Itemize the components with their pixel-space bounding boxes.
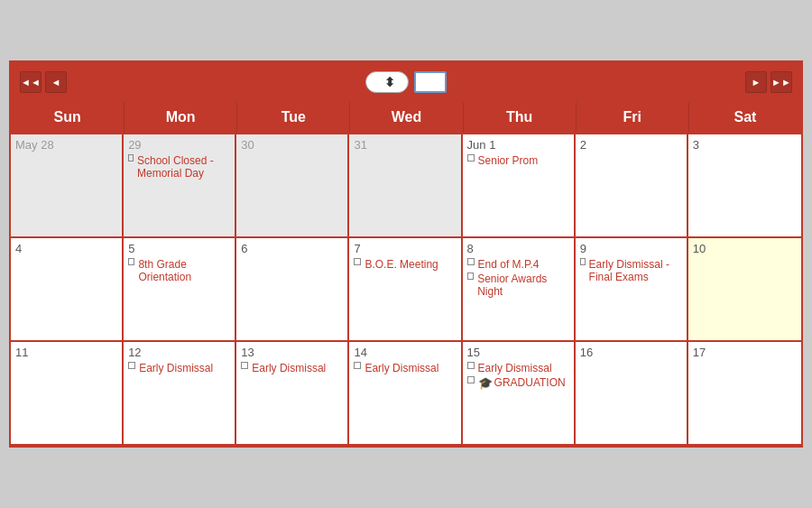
day-cell-14[interactable]: 14Early Dismissal [349, 342, 462, 446]
event-anchor-icon [128, 154, 134, 162]
day-number: 7 [354, 242, 456, 255]
event-anchor-icon [128, 258, 134, 265]
event-text: Senior Prom [478, 154, 539, 167]
prev-button[interactable]: ◄ [45, 71, 67, 93]
day-cell-8[interactable]: 8End of M.P.4Senior Awards Night [463, 238, 576, 342]
day-cell-3[interactable]: 3 [688, 134, 801, 238]
day-cell-17[interactable]: 17 [688, 342, 801, 446]
event-text: Senior Awards Night [477, 272, 569, 298]
day-header-fri: Fri [576, 102, 688, 133]
day-cell-16[interactable]: 16 [576, 342, 688, 446]
day-header-sun: Sun [11, 102, 124, 133]
event-anchor-icon [467, 154, 475, 162]
event-text: Early Dismissal [252, 362, 326, 374]
day-header-tue: Tue [236, 102, 349, 133]
day-header-mon: Mon [124, 102, 236, 133]
month-dropdown[interactable]: ⬍ [365, 71, 409, 93]
next-next-button[interactable]: ►► [770, 71, 792, 93]
day-cell-13[interactable]: 13Early Dismissal [236, 342, 349, 446]
month-selector: ⬍ [365, 71, 447, 93]
day-number: 4 [15, 242, 117, 255]
calendar-event[interactable]: Early Dismissal [467, 362, 569, 374]
day-cell-29[interactable]: 29School Closed - Memorial Day [124, 134, 236, 238]
day-cell-12[interactable]: 12Early Dismissal [124, 342, 236, 446]
event-anchor-icon [128, 362, 135, 369]
day-cell-15[interactable]: 15Early Dismissal🎓GRADUATION [463, 342, 576, 446]
calendar-event[interactable]: Senior Awards Night [467, 272, 569, 298]
event-anchor-icon [241, 362, 248, 369]
calendar-event[interactable]: 8th Grade Orientation [128, 258, 230, 283]
day-number: 30 [241, 138, 343, 152]
day-cell-4[interactable]: 4 [11, 238, 124, 342]
day-number: 3 [693, 138, 797, 152]
day-number: 11 [15, 346, 117, 359]
event-anchor-icon [354, 258, 361, 265]
calendar-event[interactable]: B.O.E. Meeting [354, 258, 456, 271]
calendar-event[interactable]: Early Dismissal [128, 362, 230, 374]
next-button[interactable]: ► [745, 71, 767, 93]
event-anchor-icon [467, 272, 475, 280]
calendar-event[interactable]: School Closed - Memorial Day [128, 154, 230, 180]
day-cell-10[interactable]: 10 [688, 238, 801, 342]
day-number: 9 [580, 242, 682, 255]
calendar-grid: May 2829School Closed - Memorial Day3031… [11, 133, 801, 446]
day-number: 15 [467, 346, 569, 359]
event-anchor-icon [354, 362, 361, 369]
day-cell-6[interactable]: 6 [236, 238, 349, 342]
day-number: 29 [128, 138, 230, 152]
day-cell-2[interactable]: 2 [576, 134, 688, 238]
day-header-wed: Wed [349, 102, 462, 133]
calendar-header: ◄◄ ◄ ⬍ ► ►► [11, 62, 801, 102]
calendar-container: ◄◄ ◄ ⬍ ► ►► SunMonTueWedThuFriSat May 28… [9, 60, 803, 448]
day-headers: SunMonTueWedThuFriSat [11, 102, 801, 133]
day-number: May 28 [15, 138, 117, 152]
day-number: 6 [241, 242, 343, 255]
event-text: GRADUATION [494, 376, 566, 389]
calendar-event[interactable]: Early Dismissal [354, 362, 456, 374]
day-number: 5 [128, 242, 230, 255]
event-text: School Closed - Memorial Day [137, 154, 230, 180]
day-number: 17 [693, 346, 797, 359]
nav-right: ► ►► [745, 71, 792, 93]
nav-left: ◄◄ ◄ [20, 71, 67, 93]
day-number: 31 [354, 138, 456, 152]
event-anchor-icon [580, 258, 586, 265]
day-cell-Jun-1[interactable]: Jun 1Senior Prom [463, 134, 576, 238]
day-number: Jun 1 [467, 138, 569, 152]
event-text: 8th Grade Orientation [138, 258, 230, 283]
day-number: 16 [580, 346, 682, 359]
day-number: 10 [693, 242, 797, 255]
event-anchor-icon [467, 362, 475, 369]
event-text: End of M.P.4 [478, 258, 540, 271]
event-text: Early Dismissal - Final Exams [589, 258, 682, 283]
event-anchor-icon [467, 376, 475, 383]
calendar-event[interactable]: Senior Prom [467, 154, 569, 167]
event-text: Early Dismissal [139, 362, 213, 374]
event-text: B.O.E. Meeting [364, 258, 438, 271]
calendar-event[interactable]: Early Dismissal - Final Exams [580, 258, 682, 283]
day-cell-9[interactable]: 9Early Dismissal - Final Exams [576, 238, 688, 342]
day-number: 2 [580, 138, 682, 152]
day-cell-7[interactable]: 7B.O.E. Meeting [349, 238, 462, 342]
day-number: 8 [467, 242, 569, 255]
event-text: Early Dismissal [478, 362, 552, 374]
graduation-icon: 🎓 [478, 376, 493, 390]
event-anchor-icon [467, 258, 475, 265]
day-number: 12 [128, 346, 230, 359]
day-header-thu: Thu [463, 102, 576, 133]
day-number: 13 [241, 346, 343, 359]
day-cell-30[interactable]: 30 [236, 134, 349, 238]
month-text-input[interactable] [414, 71, 447, 93]
calendar-event[interactable]: Early Dismissal [241, 362, 343, 374]
day-header-sat: Sat [688, 102, 801, 133]
event-text: Early Dismissal [364, 362, 438, 374]
day-cell-31[interactable]: 31 [349, 134, 462, 238]
day-cell-May-28[interactable]: May 28 [11, 134, 124, 238]
day-number: 14 [354, 346, 456, 359]
prev-prev-button[interactable]: ◄◄ [20, 71, 42, 93]
dropdown-arrow-icon: ⬍ [384, 75, 395, 89]
calendar-event[interactable]: End of M.P.4 [467, 258, 569, 271]
day-cell-11[interactable]: 11 [11, 342, 124, 446]
calendar-event[interactable]: 🎓GRADUATION [467, 376, 569, 390]
day-cell-5[interactable]: 58th Grade Orientation [124, 238, 236, 342]
